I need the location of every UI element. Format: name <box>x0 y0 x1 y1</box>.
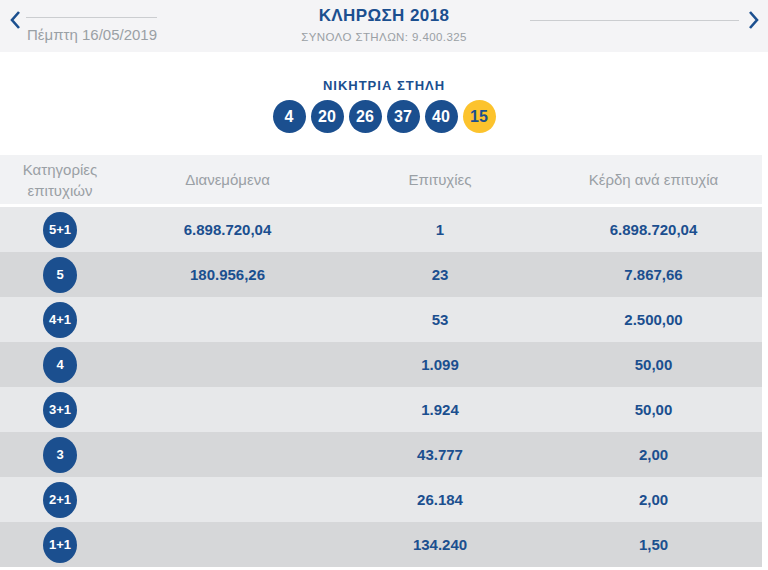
table-row: 5+1 6.898.720,04 1 6.898.720,04 <box>0 207 762 252</box>
winners-cell: 1.099 <box>335 342 545 387</box>
header-distributed: Διανεμόμενα <box>120 155 335 204</box>
number-ball: 26 <box>349 100 382 133</box>
prize-cell: 2,00 <box>545 432 762 477</box>
draw-total-columns: ΣΥΝΟΛΟ ΣΤΗΛΩΝ: 9.400.325 <box>0 31 768 43</box>
draw-title: ΚΛΗΡΩΣΗ 2018 <box>0 6 768 26</box>
winning-column-section: ΝΙΚΗΤΡΙΑ ΣΤΗΛΗ 4 20 26 37 40 15 <box>0 52 768 155</box>
distributed-cell <box>120 477 335 522</box>
prize-cell: 6.898.720,04 <box>545 207 762 252</box>
prize-cell: 1,50 <box>545 522 762 567</box>
number-ball: 20 <box>311 100 344 133</box>
number-ball: 4 <box>273 100 306 133</box>
distributed-cell: 180.956,26 <box>120 252 335 297</box>
winners-cell: 43.777 <box>335 432 545 477</box>
prize-cell: 2.500,00 <box>545 297 762 342</box>
category-badge: 2+1 <box>43 482 77 518</box>
table-row: 4 1.099 50,00 <box>0 342 762 387</box>
winners-cell: 1 <box>335 207 545 252</box>
category-badge: 4+1 <box>43 302 77 338</box>
table-row: 3+1 1.924 50,00 <box>0 387 762 432</box>
winners-cell: 53 <box>335 297 545 342</box>
category-badge: 5 <box>43 257 77 293</box>
category-badge: 3+1 <box>43 392 77 428</box>
table-row: 4+1 53 2.500,00 <box>0 297 762 342</box>
winning-numbers: 4 20 26 37 40 15 <box>0 100 768 133</box>
header-categories: Κατηγορίες επιτυχιών <box>0 155 120 204</box>
number-ball: 40 <box>425 100 458 133</box>
draw-nav-bar: Πέμπτη 16/05/2019 ΚΛΗΡΩΣΗ 2018 ΣΥΝΟΛΟ ΣΤ… <box>0 0 768 52</box>
prize-cell: 50,00 <box>545 342 762 387</box>
table-row: 2+1 26.184 2,00 <box>0 477 762 522</box>
number-ball: 37 <box>387 100 420 133</box>
winners-cell: 23 <box>335 252 545 297</box>
joker-ball: 15 <box>463 100 496 133</box>
distributed-cell <box>120 342 335 387</box>
next-draw-button[interactable] <box>746 10 762 32</box>
distributed-cell <box>120 522 335 567</box>
results-table: Κατηγορίες επιτυχιών Διανεμόμενα Επιτυχί… <box>0 155 762 567</box>
divider-right <box>530 20 739 21</box>
table-header: Κατηγορίες επιτυχιών Διανεμόμενα Επιτυχί… <box>0 155 762 207</box>
category-badge: 5+1 <box>43 212 77 248</box>
distributed-cell <box>120 432 335 477</box>
winners-cell: 1.924 <box>335 387 545 432</box>
header-winners: Επιτυχίες <box>335 155 545 204</box>
winners-cell: 134.240 <box>335 522 545 567</box>
header-prize: Κέρδη ανά επιτυχία <box>545 155 762 204</box>
category-badge: 3 <box>43 437 77 473</box>
category-badge: 1+1 <box>43 527 77 563</box>
distributed-cell <box>120 387 335 432</box>
prize-cell: 7.867,66 <box>545 252 762 297</box>
distributed-cell <box>120 297 335 342</box>
prize-cell: 50,00 <box>545 387 762 432</box>
winners-cell: 26.184 <box>335 477 545 522</box>
table-row: 3 43.777 2,00 <box>0 432 762 477</box>
chevron-right-icon <box>748 10 760 33</box>
table-row: 1+1 134.240 1,50 <box>0 522 762 567</box>
draw-title-block: ΚΛΗΡΩΣΗ 2018 ΣΥΝΟΛΟ ΣΤΗΛΩΝ: 9.400.325 <box>0 6 768 43</box>
table-row: 5 180.956,26 23 7.867,66 <box>0 252 762 297</box>
winning-column-title: ΝΙΚΗΤΡΙΑ ΣΤΗΛΗ <box>0 52 768 93</box>
prize-cell: 2,00 <box>545 477 762 522</box>
category-badge: 4 <box>43 347 77 383</box>
distributed-cell: 6.898.720,04 <box>120 207 335 252</box>
table-body: 5+1 6.898.720,04 1 6.898.720,04 5 180.95… <box>0 207 762 567</box>
